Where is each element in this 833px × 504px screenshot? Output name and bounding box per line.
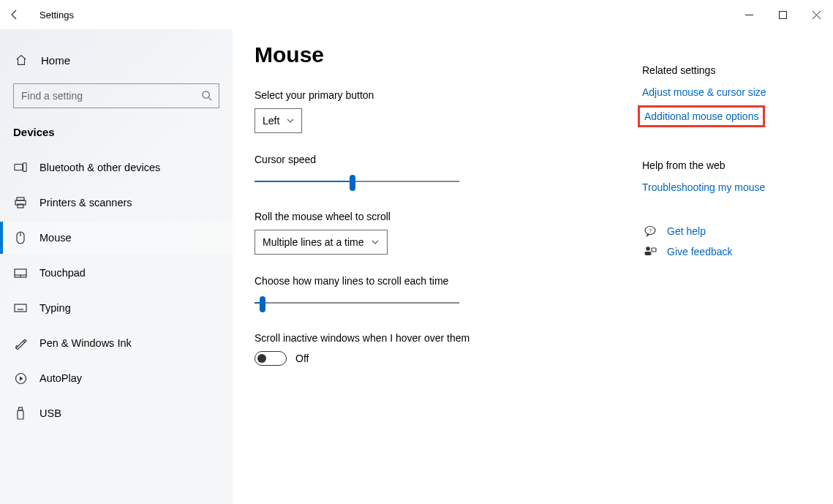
slider-thumb[interactable] [260,296,265,312]
get-help-icon: ? [642,225,658,237]
sidebar-item-touchpad[interactable]: Touchpad [0,257,233,289]
feedback-icon [642,246,658,257]
pen-icon [13,337,28,350]
svg-point-27 [646,247,650,251]
maximize-button[interactable] [766,3,799,26]
search-wrapper [13,83,219,108]
lines-label: Choose how many lines to scroll each tim… [255,275,635,287]
settings-column: Mouse Select your primary button Left Cu… [255,42,635,504]
usb-icon [13,407,28,420]
svg-rect-24 [18,410,23,419]
sidebar-item-printers[interactable]: Printers & scanners [0,187,233,219]
related-heading: Related settings [642,64,811,76]
slider-thumb[interactable] [350,175,355,191]
devices-icon [13,162,28,173]
autoplay-icon [13,372,28,385]
page-title: Mouse [255,42,635,67]
svg-line-5 [208,97,211,100]
sidebar-home[interactable]: Home [0,44,233,76]
wheel-label: Roll the mouse wheel to scroll [255,211,635,222]
right-column: Related settings Adjust mouse & cursor s… [642,42,811,504]
cursor-speed-label: Cursor speed [255,154,635,165]
cursor-speed-slider[interactable] [255,173,459,190]
sidebar-item-label: AutoPlay [39,372,82,384]
main: Mouse Select your primary button Left Cu… [233,29,833,504]
help-heading: Help from the web [642,159,811,171]
window-title: Settings [39,10,74,20]
sidebar-item-label: Printers & scanners [39,197,132,208]
sidebar: Home Devices Bluetooth & other devices P… [0,29,233,504]
lines-slider[interactable] [255,294,459,312]
sidebar-item-bluetooth[interactable]: Bluetooth & other devices [0,151,233,184]
sidebar-item-label: Bluetooth & other devices [39,162,160,173]
touchpad-icon [13,268,28,278]
sidebar-item-usb[interactable]: USB [0,397,233,429]
sidebar-item-mouse[interactable]: Mouse [0,222,233,254]
inactive-value: Off [295,353,309,364]
svg-rect-29 [652,248,656,252]
titlebar: Settings [0,0,833,29]
sidebar-item-typing[interactable]: Typing [0,292,233,324]
svg-point-4 [203,91,209,98]
sidebar-category: Devices [0,121,233,151]
inactive-label: Scroll inactive windows when I hover ove… [255,332,635,344]
minimize-button[interactable] [732,3,766,26]
sidebar-item-label: Mouse [39,232,72,244]
search-input[interactable] [13,83,219,108]
svg-rect-7 [23,163,26,172]
chevron-down-icon [287,119,294,123]
sidebar-item-label: Typing [39,302,71,314]
link-give-feedback[interactable]: Give feedback [667,246,733,257]
mouse-icon [13,231,28,244]
sidebar-item-autoplay[interactable]: AutoPlay [0,362,233,394]
inactive-toggle[interactable] [255,351,287,366]
back-button[interactable] [0,0,29,29]
sidebar-item-pen[interactable]: Pen & Windows Ink [0,327,233,359]
svg-text:?: ? [649,228,652,233]
chevron-down-icon [372,240,379,244]
svg-rect-6 [15,165,23,170]
primary-button-label: Select your primary button [255,89,635,101]
close-button[interactable] [799,3,833,26]
search-icon [201,90,212,101]
svg-rect-16 [15,304,26,312]
svg-rect-28 [645,252,652,255]
primary-button-value: Left [263,115,279,127]
printer-icon [13,197,28,208]
home-icon [15,53,28,67]
sidebar-item-label: Pen & Windows Ink [39,337,132,349]
link-additional-mouse-options[interactable]: Additional mouse options [638,105,765,127]
link-get-help[interactable]: Get help [667,225,706,237]
sidebar-item-label: USB [39,407,61,419]
svg-rect-8 [17,198,24,200]
sidebar-home-label: Home [41,54,70,67]
wheel-dropdown[interactable]: Multiple lines at a time [255,230,388,255]
keyboard-icon [13,304,28,312]
primary-button-dropdown[interactable]: Left [255,108,302,133]
link-troubleshoot-mouse[interactable]: Troubleshooting my mouse [642,181,765,193]
wheel-value: Multiple lines at a time [263,236,364,248]
link-adjust-mouse-cursor-size[interactable]: Adjust mouse & cursor size [642,86,766,98]
sidebar-item-label: Touchpad [39,267,86,279]
svg-rect-1 [779,11,786,18]
